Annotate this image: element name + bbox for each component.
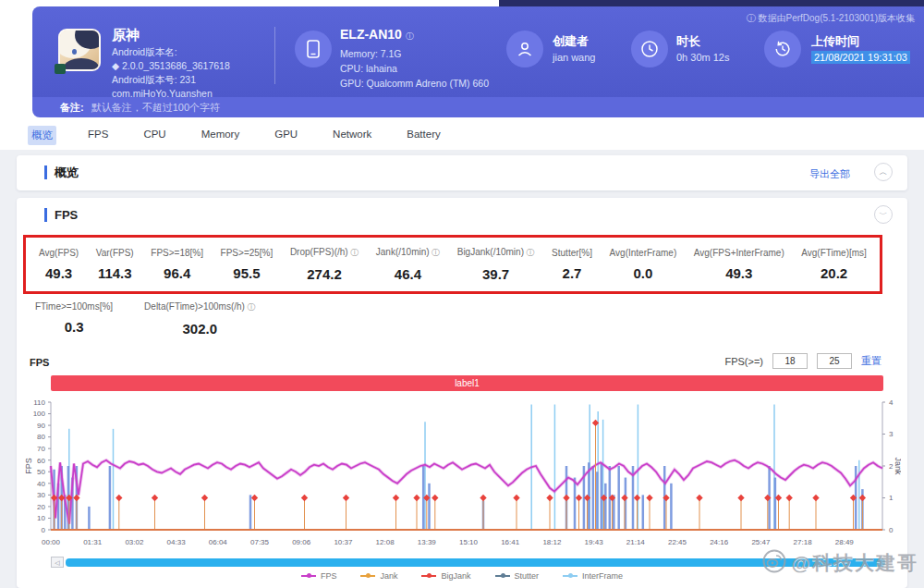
fps-threshold-label: FPS(>=) (724, 356, 763, 367)
tab-gpu[interactable]: GPU (271, 126, 301, 145)
svg-text:27:18: 27:18 (794, 538, 813, 546)
legend-label: FPS (321, 571, 337, 581)
watermark-text: @科技大建哥 (792, 550, 918, 576)
svg-text:22:45: 22:45 (668, 538, 687, 546)
legend-item-fps[interactable]: FPS (301, 571, 337, 581)
tab-network[interactable]: Network (329, 126, 375, 145)
app-version-code: Android版本号: 231 (112, 73, 230, 87)
tab-battery[interactable]: Battery (403, 126, 444, 145)
fps-collapse-button[interactable]: ﹀ (874, 205, 893, 224)
stat-value: 49.3 (694, 265, 784, 281)
stat-value: 2.7 (552, 265, 592, 281)
overview-title: 概览 (44, 165, 79, 179)
svg-text:19:43: 19:43 (585, 538, 604, 546)
svg-text:15:10: 15:10 (459, 538, 479, 546)
fps-title: FPS (44, 208, 78, 222)
fps-threshold-input-1[interactable] (772, 353, 808, 369)
top-dark-strip (499, 0, 924, 6)
tab-memory[interactable]: Memory (198, 126, 244, 145)
stat-label: BigJank(/10min) ⓘ (457, 247, 535, 259)
svg-text:110: 110 (33, 398, 45, 407)
stat-value: 39.7 (457, 266, 535, 282)
history-icon (764, 31, 801, 67)
device-info-icon[interactable]: ⓘ (406, 31, 414, 41)
stat-label: Avg(FPS) (39, 248, 79, 258)
chart-series-label: FPS (30, 357, 49, 368)
export-all-link[interactable]: 导出全部 (809, 167, 850, 181)
stat-value: 49.3 (39, 265, 79, 281)
legend-marker (495, 575, 510, 577)
svg-text:90: 90 (37, 422, 45, 430)
scrollbar-left-handle[interactable]: ◁ (51, 557, 64, 568)
fps-card: FPS ﹀ Avg(FPS)49.3Var(FPS)114.3FPS>=18[%… (17, 198, 907, 588)
annotation-band[interactable]: label1 (51, 375, 883, 391)
legend-label: Stutter (515, 571, 540, 581)
legend-item-jank[interactable]: Jank (360, 571, 397, 581)
info-icon[interactable]: ⓘ (430, 248, 441, 257)
legend-label: BigJank (441, 571, 470, 581)
device-memory: Memory: 7.1G (340, 46, 489, 61)
legend-item-stutter[interactable]: Stutter (495, 571, 540, 581)
tab-fps[interactable]: FPS (84, 126, 112, 145)
svg-text:18:12: 18:12 (542, 538, 562, 546)
creator-value: jian wang (553, 52, 595, 63)
stat-label: Avg(FPS+InterFrame) (694, 248, 784, 258)
stat-cell: Avg(FPS+InterFrame)49.3 (694, 248, 784, 281)
svg-text:01:31: 01:31 (83, 538, 103, 546)
stat-value: 95.5 (221, 265, 274, 281)
stat-cell: Delta(FTime)>100ms(/h) ⓘ302.0 (144, 301, 255, 337)
app-version-name-label: Android版本名: (112, 45, 230, 59)
stat-label: Var(FPS) (96, 248, 134, 258)
svg-text:0: 0 (889, 526, 894, 534)
chart-range-scrollbar: ◁ (51, 557, 885, 568)
info-icon[interactable]: ⓘ (348, 248, 359, 257)
svg-text:12:08: 12:08 (376, 538, 395, 546)
legend-label: InterFrame (582, 571, 623, 581)
stat-cell: Jank(/10min) ⓘ46.4 (376, 247, 440, 282)
legend-marker (301, 575, 316, 577)
fps-chart[interactable]: 010203040506070809010011001234FPSJank00:… (23, 393, 901, 552)
legend-item-interframe[interactable]: InterFrame (563, 571, 623, 581)
stat-label: Avg(InterFrame) (610, 248, 677, 258)
svg-text:2: 2 (889, 462, 894, 471)
remark-label: 备注: (60, 102, 84, 113)
stat-label: Avg(FTime)[ms] (801, 248, 867, 258)
tab-cpu[interactable]: CPU (140, 126, 169, 145)
stat-cell: Avg(InterFrame)0.0 (610, 248, 677, 281)
info-icon[interactable]: ⓘ (524, 248, 535, 257)
duration-value: 0h 30m 12s (676, 52, 729, 63)
section-tabs: 概览 FPS CPU Memory GPU Network Battery (28, 126, 444, 145)
svg-text:24:16: 24:16 (710, 538, 729, 546)
svg-text:06:04: 06:04 (209, 538, 228, 546)
svg-text:04:33: 04:33 (167, 538, 187, 546)
svg-text:4: 4 (889, 398, 894, 407)
stat-label: FPS>=18[%] (151, 248, 203, 258)
duration-label: 时长 (676, 33, 700, 50)
stat-cell: Stutter[%]2.7 (552, 248, 592, 281)
perfdog-version-note: ⓘ 数据由PerfDog(5.1-2103001)版本收集 (747, 12, 915, 25)
remark-text: 默认备注，不超过100个字符 (91, 102, 220, 113)
svg-text:25:47: 25:47 (751, 538, 771, 546)
clock-icon (631, 31, 668, 67)
info-icon[interactable]: ⓘ (245, 302, 256, 312)
stat-value: 114.3 (96, 265, 134, 281)
stat-cell: Avg(FPS)49.3 (39, 248, 79, 281)
stat-cell: BigJank(/10min) ⓘ39.7 (457, 247, 535, 282)
upload-time-label: 上传时间 (811, 33, 859, 50)
fps-stats-row2: FTime>=100ms[%]0.3Delta(FTime)>100ms(/h)… (35, 301, 255, 337)
overview-collapse-button[interactable]: ︿ (874, 163, 893, 181)
svg-text:80: 80 (37, 433, 45, 441)
device-gpu: GPU: Qualcomm Adreno (TM) 660 (340, 76, 489, 91)
reset-link[interactable]: 重置 (861, 354, 881, 368)
stat-value: 0.0 (610, 265, 677, 281)
svg-text:13:39: 13:39 (418, 538, 437, 546)
stat-cell: Drop(FPS)(/h) ⓘ274.2 (290, 247, 359, 282)
stat-cell: Var(FPS)114.3 (96, 248, 134, 281)
tab-overview[interactable]: 概览 (28, 126, 56, 145)
legend-item-bigjank[interactable]: BigJank (421, 571, 470, 581)
svg-text:40: 40 (37, 480, 45, 488)
weibo-icon (762, 549, 786, 577)
fps-threshold-input-2[interactable] (817, 353, 852, 369)
stat-cell: FTime>=100ms[%]0.3 (35, 301, 113, 337)
stat-label: Delta(FTime)>100ms(/h) ⓘ (144, 301, 255, 313)
